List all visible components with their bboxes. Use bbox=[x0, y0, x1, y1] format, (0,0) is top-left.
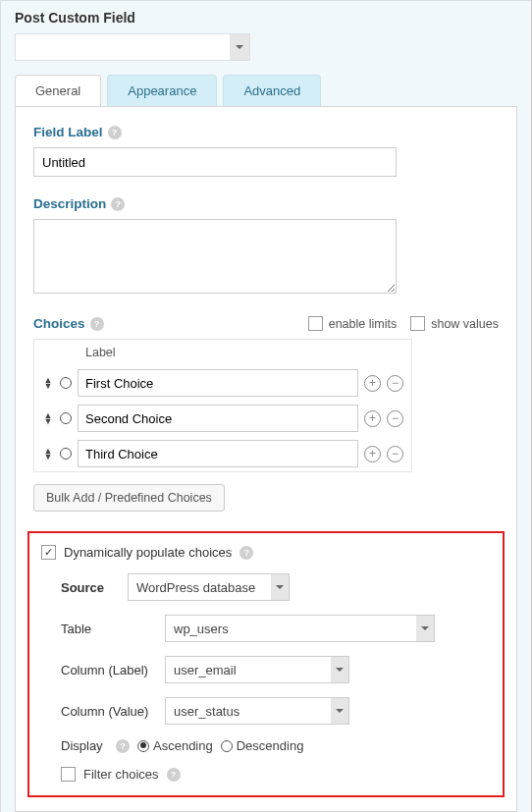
sort-handle-icon[interactable]: ▲▼ bbox=[42, 413, 54, 423]
help-icon[interactable]: ? bbox=[108, 126, 122, 139]
radio-icon bbox=[221, 740, 233, 752]
chevron-down-icon bbox=[331, 657, 348, 682]
table-select[interactable]: wp_users bbox=[165, 615, 435, 642]
field-label-input[interactable] bbox=[33, 147, 397, 177]
sort-handle-icon[interactable]: ▲▼ bbox=[42, 378, 54, 388]
checkbox-icon bbox=[308, 316, 323, 331]
panel-title: Post Custom Field bbox=[1, 1, 531, 33]
tab-appearance[interactable]: Appearance bbox=[107, 75, 217, 106]
show-values-checkbox[interactable]: show values bbox=[410, 316, 499, 331]
source-select[interactable]: WordPress database bbox=[128, 573, 290, 601]
custom-field-select[interactable] bbox=[15, 33, 250, 61]
help-icon[interactable]: ? bbox=[167, 768, 181, 782]
add-choice-icon[interactable]: + bbox=[364, 410, 381, 427]
sort-ascending-radio[interactable]: Ascending bbox=[137, 738, 213, 753]
default-choice-radio[interactable] bbox=[60, 448, 72, 460]
description-heading: Description bbox=[33, 196, 106, 211]
display-label: Display bbox=[61, 738, 108, 753]
field-label-heading: Field Label bbox=[33, 125, 103, 139]
help-icon[interactable]: ? bbox=[239, 546, 253, 560]
dynamic-populate-checkbox[interactable] bbox=[41, 545, 56, 560]
column-label-label: Column (Label) bbox=[61, 663, 157, 677]
dynamic-populate-label: Dynamically populate choices bbox=[64, 545, 232, 560]
dynamic-populate-section: Dynamically populate choices ? Source Wo… bbox=[27, 531, 505, 797]
default-choice-radio[interactable] bbox=[60, 377, 72, 389]
help-icon[interactable]: ? bbox=[90, 317, 104, 331]
chevron-down-icon bbox=[230, 34, 249, 60]
help-icon[interactable]: ? bbox=[116, 739, 130, 753]
bulk-add-button[interactable]: Bulk Add / Predefined Choices bbox=[33, 484, 225, 512]
choices-table: Label ▲▼ + − ▲▼ + − ▲▼ bbox=[33, 339, 412, 472]
description-textarea[interactable] bbox=[33, 219, 397, 294]
tab-general[interactable]: General bbox=[15, 75, 101, 106]
remove-choice-icon[interactable]: − bbox=[387, 410, 403, 427]
radio-icon bbox=[137, 740, 149, 752]
remove-choice-icon[interactable]: − bbox=[387, 375, 403, 392]
column-value-select[interactable]: user_status bbox=[165, 697, 349, 725]
choices-column-header: Label bbox=[34, 340, 411, 365]
tab-advanced[interactable]: Advanced bbox=[223, 75, 321, 106]
choices-heading: Choices bbox=[33, 316, 85, 331]
default-choice-radio[interactable] bbox=[60, 412, 72, 424]
chevron-down-icon bbox=[331, 698, 348, 724]
remove-choice-icon[interactable]: − bbox=[387, 446, 403, 462]
enable-limits-checkbox[interactable]: enable limits bbox=[308, 316, 397, 331]
sort-descending-radio[interactable]: Descending bbox=[221, 738, 304, 753]
checkbox-icon bbox=[410, 316, 425, 331]
filter-choices-label: Filter choices bbox=[83, 767, 159, 782]
column-label-select[interactable]: user_email bbox=[165, 656, 349, 683]
column-value-label: Column (Value) bbox=[61, 704, 157, 719]
filter-choices-checkbox[interactable] bbox=[61, 767, 76, 782]
choice-label-input[interactable] bbox=[78, 405, 358, 432]
choice-label-input[interactable] bbox=[78, 440, 358, 467]
choice-label-input[interactable] bbox=[78, 369, 358, 397]
sort-handle-icon[interactable]: ▲▼ bbox=[42, 449, 54, 459]
add-choice-icon[interactable]: + bbox=[364, 446, 381, 462]
choice-row: ▲▼ + − bbox=[34, 401, 411, 436]
add-choice-icon[interactable]: + bbox=[364, 375, 381, 392]
source-label: Source bbox=[61, 580, 120, 595]
post-custom-field-panel: Post Custom Field General Appearance Adv… bbox=[0, 0, 532, 812]
chevron-down-icon bbox=[271, 574, 289, 600]
help-icon[interactable]: ? bbox=[111, 197, 125, 211]
choice-row: ▲▼ + − bbox=[34, 436, 411, 471]
table-label: Table bbox=[61, 622, 157, 636]
tab-content-general: Field Label ? Description ? Choices ? bbox=[15, 106, 517, 812]
chevron-down-icon bbox=[416, 616, 434, 641]
settings-tabs: General Appearance Advanced bbox=[1, 75, 531, 106]
choice-row: ▲▼ + − bbox=[34, 365, 411, 401]
